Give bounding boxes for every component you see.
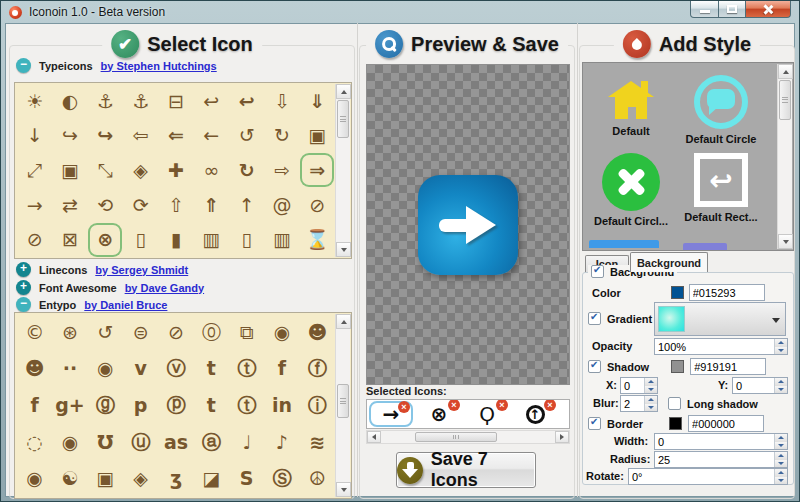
scroll-down-icon[interactable] [336, 482, 351, 497]
selected-icon-pointer[interactable]: ☞ × [561, 401, 570, 427]
opacity-spinner[interactable]: 100% [654, 338, 788, 355]
x-spinner[interactable]: 0 [620, 377, 658, 394]
spinner-arrows-icon[interactable] [774, 339, 787, 354]
selected-icon-arrow-right[interactable]: → × [369, 401, 413, 427]
scrollbar-thumb[interactable] [337, 384, 349, 418]
spinner-arrows-icon[interactable] [774, 378, 787, 393]
grid-icon-cc[interactable]: © [18, 314, 52, 350]
grid-icon-arrow-up-thin[interactable]: ↑ [230, 188, 264, 222]
gradient-checkbox[interactable] [588, 312, 601, 325]
grid-icon-arrow-right-outline[interactable]: ⇨ [265, 153, 299, 187]
grid-icon-twitter-circled[interactable]: ⓣ [230, 351, 264, 387]
iconset-author-link[interactable]: by Sergey Shmidt [95, 264, 188, 276]
scroll-down-icon[interactable] [778, 234, 793, 249]
preset-default-circle-2[interactable]: Default Circl... [591, 151, 671, 227]
grid-icon-gplus[interactable]: g+ [53, 387, 87, 423]
grid-icon-spotify-circled[interactable]: ◉ [18, 461, 52, 497]
save-icons-button[interactable]: Save 7 Icons [396, 452, 536, 488]
grid-icon-cc-nd[interactable]: ⊜ [124, 314, 158, 350]
grid-icon-stumbleupon[interactable]: Ʊ [88, 424, 122, 460]
iconset-author-link[interactable]: by Stephen Hutchings [101, 60, 217, 72]
iconset-author-link[interactable]: by Daniel Bruce [84, 299, 167, 311]
grid-icon-infinity[interactable]: ∞ [194, 153, 228, 187]
spinner-arrows-icon[interactable] [774, 452, 787, 467]
grid-icon-cc-share[interactable]: ⧉ [230, 314, 264, 350]
scroll-up-icon[interactable] [336, 84, 351, 99]
grid-icon-anchor[interactable]: ⚓ [124, 84, 158, 118]
grid-icon-tumblr-circled[interactable]: ⓣ [230, 387, 264, 423]
grid-icon-dropbox[interactable]: ◈ [124, 461, 158, 497]
y-spinner[interactable]: 0 [732, 377, 788, 394]
grid-icon-rdio-circled[interactable]: ♪ [265, 424, 299, 460]
collapse-toggle-icon[interactable]: − [16, 297, 31, 312]
expand-toggle-icon[interactable]: + [16, 262, 31, 277]
grid-icon-vimeo[interactable]: v [124, 351, 158, 387]
entypo-scrollbar[interactable] [335, 314, 350, 497]
grid-icon-gplus-circled[interactable]: ⓖ [88, 387, 122, 423]
grid-icon-anchor-outline[interactable]: ⚓ [88, 84, 122, 118]
grid-icon-at-symbol[interactable]: @ [265, 188, 299, 222]
preset-default-circle[interactable]: Default Circle [681, 73, 761, 145]
background-checkbox[interactable] [591, 265, 604, 278]
scrollbar-thumb[interactable] [415, 432, 497, 442]
grid-icon-lastfm[interactable]: as [159, 424, 193, 460]
grid-icon-arrow-repeat[interactable]: ↻ [230, 153, 264, 187]
scroll-up-icon[interactable] [778, 64, 793, 79]
grid-icon-stumbleupon-circled[interactable]: ⓤ [124, 424, 158, 460]
scroll-right-icon[interactable] [555, 431, 569, 443]
collapse-toggle-icon[interactable]: − [16, 58, 31, 73]
grid-icon-arrow-back-outline[interactable]: ↩ [194, 84, 228, 118]
blur-spinner[interactable]: 2 [620, 395, 658, 412]
grid-icon-attachment[interactable]: ⊘ [300, 188, 334, 222]
grid-icon-archive[interactable]: ⊟ [159, 84, 193, 118]
grid-icon-skype[interactable]: S [230, 461, 264, 497]
scrollbar-thumb[interactable] [337, 100, 349, 138]
grid-icon-github[interactable]: ☻ [300, 314, 334, 350]
grid-icon-skype-circled[interactable]: Ⓢ [265, 461, 299, 497]
grid-icon-arrow-forward-outline[interactable]: ↪ [53, 119, 87, 153]
grid-icon-arrow-down-outline[interactable]: ⇩ [265, 84, 299, 118]
selected-icon-backspace[interactable]: ⊗ × [417, 401, 461, 427]
grid-icon-github-circled[interactable]: ☻ [18, 351, 52, 387]
grid-icon-cc-sa[interactable]: ↺ [88, 314, 122, 350]
grid-icon-battery-full[interactable]: ▮ [159, 223, 193, 257]
grid-icon-arrow-loop[interactable]: ↻ [265, 119, 299, 153]
grid-icon-cc-zero[interactable]: ⓪ [194, 314, 228, 350]
rotate-spinner[interactable]: 0° [628, 468, 788, 485]
title-bar[interactable]: Iconoin 1.0 - Beta version [1, 1, 799, 23]
grid-icon-arrow-minimise[interactable]: ⤡ [88, 153, 122, 187]
shadow-value-input[interactable] [690, 358, 766, 375]
grid-icon-arrow-left-outline[interactable]: ⇦ [124, 119, 158, 153]
grid-icon-cc-remix[interactable]: ◉ [265, 314, 299, 350]
grid-icon-arrow-right-thin[interactable]: → [18, 188, 52, 222]
spinner-arrows-icon[interactable] [644, 378, 657, 393]
grid-icon-pinterest[interactable]: p [124, 387, 158, 423]
grid-icon-arrow-sync[interactable]: ⟳ [124, 188, 158, 222]
grid-icon-arrow-back[interactable]: ↩ [230, 84, 264, 118]
grid-icon-linkedin-circled[interactable]: ⓘ [300, 387, 334, 423]
grid-icon-facebook[interactable]: f [265, 351, 299, 387]
iconset-author-link[interactable]: by Dave Gandy [125, 282, 204, 294]
next-preset-partial[interactable] [589, 240, 659, 248]
grid-icon-flickr[interactable]: ∙∙ [53, 351, 87, 387]
shadow-swatch[interactable] [671, 360, 684, 373]
grid-icon-backspace[interactable]: ⊗ [88, 223, 122, 257]
preset-default-rect[interactable]: ↩ Default Rect... [681, 151, 761, 223]
grid-icon-linkedin[interactable]: in [265, 387, 299, 423]
grid-icon-pinterest-circled[interactable]: ⓟ [159, 387, 193, 423]
grid-icon-facebook-circled[interactable]: ⓕ [300, 351, 334, 387]
grid-icon-lastfm-circled[interactable]: ⓐ [194, 424, 228, 460]
next-preset-partial[interactable] [683, 243, 727, 251]
expand-toggle-icon[interactable]: + [16, 280, 31, 295]
grid-icon-arrow-down[interactable]: ⇓ [300, 84, 334, 118]
grid-icon-arrow-left-thin[interactable]: ← [194, 119, 228, 153]
radius-spinner[interactable]: 25 [654, 451, 788, 468]
grid-icon-dribbble-circled[interactable]: ◉ [53, 424, 87, 460]
scroll-down-icon[interactable] [336, 242, 351, 257]
grid-icon-battery-charge[interactable]: ▯ [124, 223, 158, 257]
spinner-arrows-icon[interactable] [774, 469, 787, 484]
grid-icon-flattr[interactable]: ◪ [194, 461, 228, 497]
scroll-up-icon[interactable] [336, 314, 351, 329]
strip-scrollbar[interactable] [366, 430, 570, 444]
color-swatch[interactable] [671, 286, 684, 299]
